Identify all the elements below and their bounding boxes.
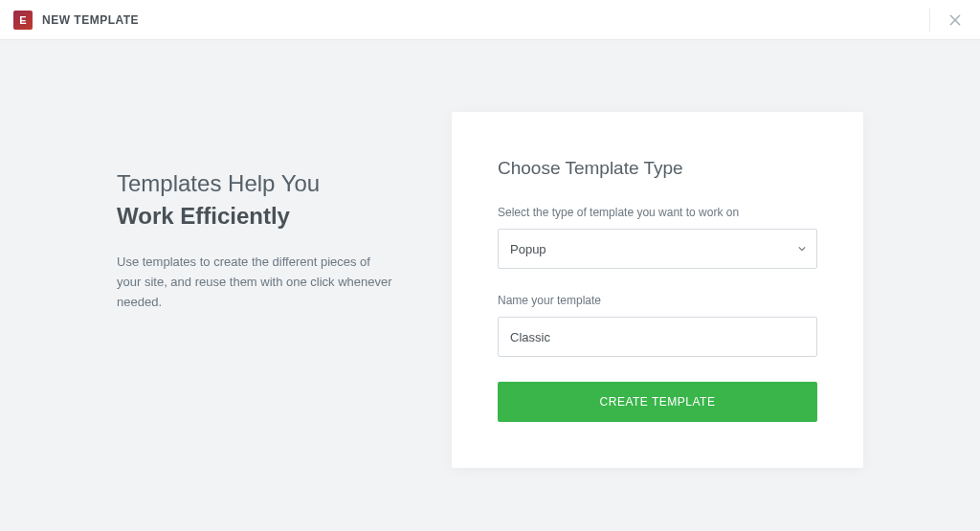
close-icon	[948, 13, 962, 27]
template-name-input[interactable]	[498, 317, 817, 357]
template-type-select-wrap: Popup	[498, 229, 817, 269]
heading-line1: Templates Help You	[117, 167, 394, 200]
logo-letter: E	[19, 14, 26, 26]
heading-line2: Work Efficiently	[117, 200, 394, 232]
modal-content: Templates Help You Work Efficiently Use …	[0, 40, 980, 468]
modal-header: E NEW TEMPLATE	[0, 0, 980, 40]
intro-column: Templates Help You Work Efficiently Use …	[117, 112, 394, 313]
form-card: Choose Template Type Select the type of …	[452, 112, 863, 468]
elementor-logo-icon: E	[13, 11, 33, 30]
template-type-label: Select the type of template you want to …	[498, 206, 817, 219]
template-type-select[interactable]: Popup	[498, 229, 817, 269]
header-left: E NEW TEMPLATE	[13, 11, 139, 30]
form-title: Choose Template Type	[498, 158, 817, 179]
template-name-label: Name your template	[498, 294, 817, 307]
intro-description: Use templates to create the different pi…	[117, 253, 394, 312]
close-button[interactable]	[929, 9, 967, 32]
modal-title: NEW TEMPLATE	[42, 13, 139, 27]
create-template-button[interactable]: CREATE TEMPLATE	[498, 382, 817, 422]
